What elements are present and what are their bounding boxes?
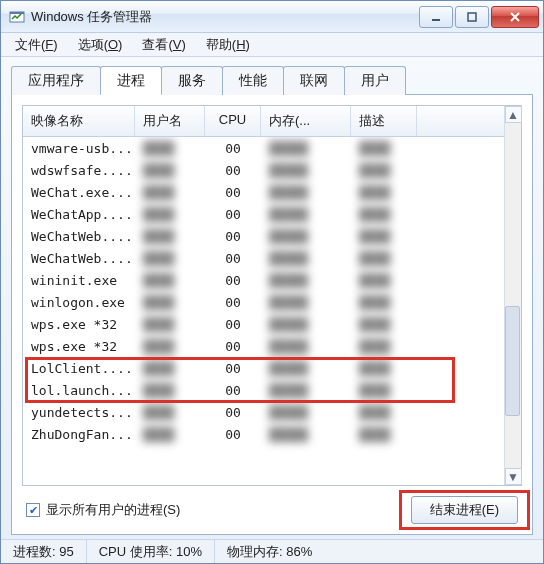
cell-user: ████ [135, 161, 205, 180]
cell-description: ████ [351, 205, 417, 224]
vertical-scrollbar[interactable]: ▲ ▼ [504, 106, 521, 485]
cell-image-name: vmware-usb... [23, 139, 135, 158]
table-row[interactable]: ZhuDongFan...████00█████████ [23, 423, 521, 445]
maximize-button[interactable] [455, 6, 489, 28]
cell-user: ████ [135, 293, 205, 312]
cell-user: ████ [135, 381, 205, 400]
cell-cpu: 00 [205, 293, 261, 312]
process-listview[interactable]: 映像名称 用户名 CPU 内存(... 描述 vmware-usb...████… [22, 105, 522, 486]
cell-cpu: 00 [205, 161, 261, 180]
cell-user: ████ [135, 227, 205, 246]
scroll-up-arrow[interactable]: ▲ [505, 106, 522, 123]
table-row[interactable]: WeChatWeb....████00█████████ [23, 225, 521, 247]
cell-user: ████ [135, 425, 205, 444]
cell-user: ████ [135, 403, 205, 422]
scroll-thumb[interactable] [505, 306, 520, 416]
cell-description: ████ [351, 227, 417, 246]
status-bar: 进程数: 95 CPU 使用率: 10% 物理内存: 86% [1, 539, 543, 563]
col-cpu[interactable]: CPU [205, 106, 261, 136]
menu-file[interactable]: 文件(F) [7, 34, 66, 56]
cell-image-name: ZhuDongFan... [23, 425, 135, 444]
cell-image-name: wininit.exe [23, 271, 135, 290]
tab-users[interactable]: 用户 [344, 66, 406, 95]
cell-cpu: 00 [205, 403, 261, 422]
col-memory[interactable]: 内存(... [261, 106, 351, 136]
table-row[interactable]: WeChatApp....████00█████████ [23, 203, 521, 225]
status-physical-memory: 物理内存: 86% [215, 540, 324, 563]
cell-cpu: 00 [205, 359, 261, 378]
close-button[interactable] [491, 6, 539, 28]
cell-image-name: wps.exe *32 [23, 337, 135, 356]
cell-memory: █████ [261, 359, 351, 378]
table-row[interactable]: wps.exe *32████00█████████ [23, 335, 521, 357]
table-row[interactable]: wps.exe *32████00█████████ [23, 313, 521, 335]
tab-services[interactable]: 服务 [161, 66, 223, 95]
cell-memory: █████ [261, 227, 351, 246]
minimize-button[interactable] [419, 6, 453, 28]
cell-cpu: 00 [205, 249, 261, 268]
processes-panel: 映像名称 用户名 CPU 内存(... 描述 vmware-usb...████… [11, 95, 533, 535]
tab-performance[interactable]: 性能 [222, 66, 284, 95]
cell-description: ████ [351, 403, 417, 422]
cell-cpu: 00 [205, 183, 261, 202]
svg-rect-3 [468, 13, 476, 21]
tab-networking[interactable]: 联网 [283, 66, 345, 95]
task-manager-window: Windows 任务管理器 文件(F) 选项(O) 查看(V) 帮助(H) 应用… [0, 0, 544, 564]
cell-user: ████ [135, 337, 205, 356]
checkbox-box[interactable]: ✔ [26, 503, 40, 517]
cell-description: ████ [351, 249, 417, 268]
client-area: 应用程序 进程 服务 性能 联网 用户 映像名称 用户名 CPU 内存(... … [1, 57, 543, 539]
cell-description: ████ [351, 359, 417, 378]
cell-cpu: 00 [205, 271, 261, 290]
table-row[interactable]: vmware-usb...████00█████████ [23, 137, 521, 159]
cell-memory: █████ [261, 315, 351, 334]
show-all-users-checkbox[interactable]: ✔ 显示所有用户的进程(S) [26, 501, 180, 519]
cell-user: ████ [135, 139, 205, 158]
status-cpu-usage: CPU 使用率: 10% [87, 540, 215, 563]
tab-processes[interactable]: 进程 [100, 66, 162, 95]
table-row[interactable]: wdswfsafe....████00█████████ [23, 159, 521, 181]
cell-memory: █████ [261, 161, 351, 180]
cell-memory: █████ [261, 249, 351, 268]
col-image-name[interactable]: 映像名称 [23, 106, 135, 136]
cell-description: ████ [351, 293, 417, 312]
cell-memory: █████ [261, 381, 351, 400]
scroll-down-arrow[interactable]: ▼ [505, 468, 522, 485]
titlebar[interactable]: Windows 任务管理器 [1, 1, 543, 33]
table-row[interactable]: yundetects...████00█████████ [23, 401, 521, 423]
table-row[interactable]: WeChatWeb....████00█████████ [23, 247, 521, 269]
svg-rect-1 [10, 12, 24, 14]
cell-cpu: 00 [205, 337, 261, 356]
cell-cpu: 00 [205, 139, 261, 158]
table-row[interactable]: wininit.exe████00█████████ [23, 269, 521, 291]
cell-description: ████ [351, 183, 417, 202]
cell-description: ████ [351, 139, 417, 158]
table-row[interactable]: LolClient....████00█████████ [23, 357, 521, 379]
cell-image-name: LolClient.... [23, 359, 135, 378]
end-process-button[interactable]: 结束进程(E) [411, 496, 518, 524]
col-user[interactable]: 用户名 [135, 106, 205, 136]
process-list-body: vmware-usb...████00█████████wdswfsafe...… [23, 137, 521, 485]
table-row[interactable]: lol.launch...████00█████████ [23, 379, 521, 401]
cell-image-name: WeChat.exe... [23, 183, 135, 202]
menu-options[interactable]: 选项(O) [70, 34, 131, 56]
cell-user: ████ [135, 271, 205, 290]
table-row[interactable]: winlogon.exe████00█████████ [23, 291, 521, 313]
menu-view[interactable]: 查看(V) [134, 34, 193, 56]
col-description[interactable]: 描述 [351, 106, 417, 136]
cell-image-name: lol.launch... [23, 381, 135, 400]
tab-applications[interactable]: 应用程序 [11, 66, 101, 95]
cell-description: ████ [351, 161, 417, 180]
cell-image-name: wps.exe *32 [23, 315, 135, 334]
cell-memory: █████ [261, 337, 351, 356]
cell-cpu: 00 [205, 381, 261, 400]
menu-help[interactable]: 帮助(H) [198, 34, 258, 56]
cell-memory: █████ [261, 425, 351, 444]
cell-memory: █████ [261, 205, 351, 224]
table-row[interactable]: WeChat.exe...████00█████████ [23, 181, 521, 203]
cell-memory: █████ [261, 183, 351, 202]
cell-image-name: WeChatWeb.... [23, 249, 135, 268]
cell-description: ████ [351, 425, 417, 444]
cell-description: ████ [351, 337, 417, 356]
cell-cpu: 00 [205, 227, 261, 246]
